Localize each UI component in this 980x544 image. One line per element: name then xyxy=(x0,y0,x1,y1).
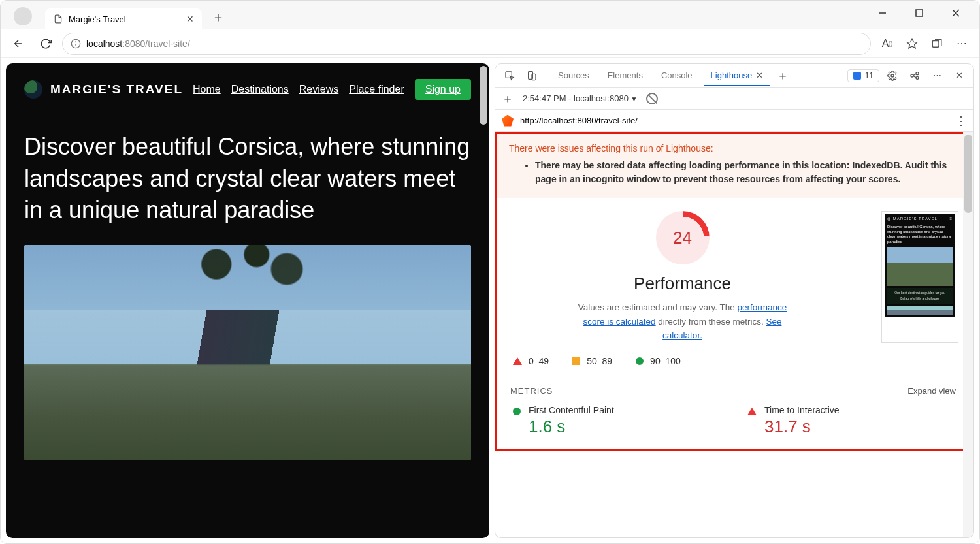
browser-tab[interactable]: Margie's Travel ✕ xyxy=(45,8,202,29)
circle-green-icon xyxy=(636,357,644,365)
close-lighthouse-tab-icon[interactable]: ✕ xyxy=(756,71,763,80)
metric-fcp-label: First Contentful Paint xyxy=(529,405,614,415)
svg-point-6 xyxy=(76,42,76,42)
circle-green-icon xyxy=(513,408,521,415)
close-tab-icon[interactable]: ✕ xyxy=(186,14,194,24)
nav-reviews[interactable]: Reviews xyxy=(299,84,338,95)
warning-title: There were issues affecting this run of … xyxy=(509,143,960,153)
report-menu-button[interactable]: ⋮ xyxy=(955,114,967,128)
back-button[interactable] xyxy=(7,33,29,55)
triangle-red-icon xyxy=(747,408,757,415)
settings-button[interactable] xyxy=(883,67,902,85)
metric-tti-value: 31.7 s xyxy=(764,417,840,437)
address-bar: localhost:8080/travel-site/ A)) ⋯ xyxy=(1,29,979,58)
svg-point-14 xyxy=(916,72,919,74)
url-input[interactable]: localhost:8080/travel-site/ xyxy=(62,33,871,55)
audit-url: http://localhost:8080/travel-site/ xyxy=(520,116,638,125)
svg-rect-9 xyxy=(506,72,512,78)
site-info-icon[interactable] xyxy=(71,39,81,49)
tab-sources[interactable]: Sources xyxy=(551,65,596,86)
svg-rect-1 xyxy=(916,10,923,16)
signup-button[interactable]: Sign up xyxy=(415,79,471,100)
url-port: :8080 xyxy=(122,39,145,49)
menu-button[interactable]: ⋯ xyxy=(951,33,973,55)
performance-gauge: 24 xyxy=(656,211,710,264)
page-icon xyxy=(53,14,63,24)
new-tab-button[interactable]: ＋ xyxy=(208,7,228,27)
devtools-menu-button[interactable]: ⋯ xyxy=(928,67,946,85)
tab-title: Margie's Travel xyxy=(69,14,126,24)
read-aloud-button[interactable]: A)) xyxy=(876,33,898,55)
report-selector[interactable]: 2:54:47 PM - localhost:8080 ▼ xyxy=(523,93,637,103)
metric-tti-label: Time to Interactive xyxy=(764,405,840,415)
metric-tti: Time to Interactive 31.7 s xyxy=(747,405,956,437)
issues-count: 11 xyxy=(865,71,874,80)
close-window-button[interactable] xyxy=(941,3,970,23)
warning-item: There may be stored data affecting loadi… xyxy=(535,159,960,186)
window-controls xyxy=(868,3,970,23)
score-legend: 0–49 50–89 90–100 xyxy=(497,349,972,379)
tab-console[interactable]: Console xyxy=(655,65,699,86)
svg-point-13 xyxy=(911,74,913,77)
issues-badge-icon xyxy=(853,72,861,80)
triangle-red-icon xyxy=(513,357,522,365)
clear-button[interactable] xyxy=(646,93,658,104)
favorites-button[interactable] xyxy=(901,33,923,55)
performance-description: Values are estimated and may vary. The p… xyxy=(575,300,791,343)
more-tabs-button[interactable]: ＋ xyxy=(774,67,792,85)
brand-text: MARGIE'S TRAVEL xyxy=(50,82,183,97)
warning-banner: There were issues affecting this run of … xyxy=(497,134,972,198)
lighthouse-icon xyxy=(502,115,514,127)
devtools-panel: Sources Elements Console Lighthouse✕ ＋ 1… xyxy=(495,63,974,538)
profile-avatar[interactable] xyxy=(14,7,32,25)
hero-image xyxy=(24,245,471,460)
nav-placefinder[interactable]: Place finder xyxy=(349,84,404,95)
tab-elements[interactable]: Elements xyxy=(601,65,649,86)
hero-title: Discover beautiful Corsica, where stunni… xyxy=(6,105,489,245)
metric-fcp-value: 1.6 s xyxy=(529,417,614,437)
site-brand: MARGIE'S TRAVEL xyxy=(24,80,183,99)
nav-home[interactable]: Home xyxy=(193,84,221,95)
refresh-button[interactable] xyxy=(35,33,57,55)
maximize-button[interactable] xyxy=(905,3,934,23)
tab-lighthouse[interactable]: Lighthouse✕ xyxy=(704,65,770,86)
inspect-element-button[interactable] xyxy=(500,67,519,85)
svg-marker-7 xyxy=(907,39,917,48)
expand-view-link[interactable]: Expand view xyxy=(907,386,956,396)
new-report-button[interactable]: ＋ xyxy=(502,91,514,106)
close-devtools-button[interactable]: ✕ xyxy=(950,67,968,85)
report-highlight-frame: There were issues affecting this run of … xyxy=(495,132,973,451)
performance-score: 24 xyxy=(673,228,692,248)
issues-pill[interactable]: 11 xyxy=(847,69,879,82)
nav-destinations[interactable]: Destinations xyxy=(231,84,289,95)
chevron-down-icon: ▼ xyxy=(631,95,638,103)
globe-icon xyxy=(24,80,42,99)
url-host: localhost xyxy=(86,39,122,49)
collections-button[interactable] xyxy=(926,33,948,55)
svg-rect-8 xyxy=(932,40,939,47)
minimize-button[interactable] xyxy=(868,3,897,23)
svg-point-15 xyxy=(916,76,919,79)
square-orange-icon xyxy=(572,357,580,365)
performance-heading: Performance xyxy=(634,274,731,294)
devtools-scrollbar[interactable] xyxy=(963,132,973,537)
browser-titlebar: Margie's Travel ✕ ＋ xyxy=(1,1,979,29)
screenshot-thumbnail[interactable]: ◍ MARGIE'S TRAVEL≡ Discover beautiful Co… xyxy=(881,211,958,343)
site-nav: Home Destinations Reviews Place finder S… xyxy=(193,79,471,100)
activity-button[interactable] xyxy=(906,67,924,85)
page-scrollbar[interactable] xyxy=(479,65,488,530)
device-toolbar-button[interactable] xyxy=(523,67,541,85)
svg-point-12 xyxy=(891,74,894,77)
url-path: /travel-site/ xyxy=(145,39,189,49)
rendered-page: MARGIE'S TRAVEL Home Destinations Review… xyxy=(6,63,489,538)
metric-fcp: First Contentful Paint 1.6 s xyxy=(513,405,721,437)
metrics-label: METRICS xyxy=(510,386,553,396)
